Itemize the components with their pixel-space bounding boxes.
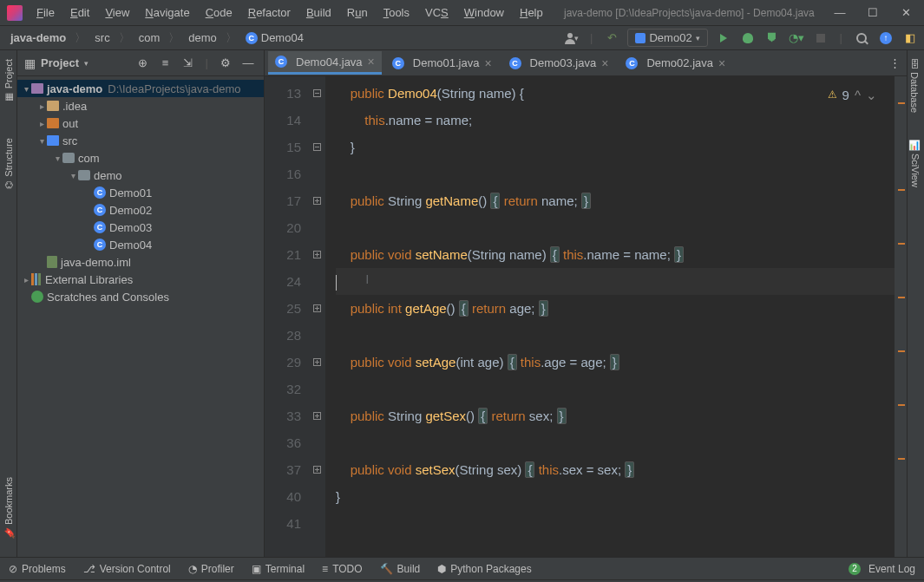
crumb-src[interactable]: src (89, 29, 115, 46)
next-highlight-icon[interactable]: ⌄ (866, 82, 877, 108)
add-user-icon[interactable]: ▾ (562, 29, 580, 47)
tree-root[interactable]: ▾ java-demo D:\IdeaProjects\java-demo (17, 80, 264, 97)
class-icon: C (94, 204, 106, 216)
event-count-badge: 2 (849, 563, 861, 575)
menu-run[interactable]: Run (340, 3, 375, 23)
window-title: java-demo [D:\IdeaProjects\java-demo] - … (550, 7, 829, 19)
panel-settings-icon[interactable]: ⚙ (217, 55, 234, 72)
editor-tab-demo04[interactable]: C Demo04.java × (268, 51, 382, 75)
menu-edit[interactable]: Edit (63, 3, 96, 23)
code-content[interactable]: ⚠ 9 ^ ⌄ public Demo04(String name) { thi… (325, 76, 895, 557)
tree-out[interactable]: ▸ out (17, 114, 264, 132)
crumb-com[interactable]: com (134, 29, 166, 46)
breadcrumbs: java-demo 〉 src 〉 com 〉 demo 〉 C Demo04 (5, 29, 562, 46)
close-tab-icon[interactable]: × (484, 56, 491, 70)
iml-file-icon (47, 256, 57, 268)
panel-title: Project (41, 56, 79, 69)
menu-refactor[interactable]: Refactor (241, 3, 298, 23)
profile-button[interactable]: ◔▾ (788, 29, 805, 47)
error-stripe[interactable] (895, 76, 907, 557)
tree-demo02[interactable]: C Demo02 (17, 201, 264, 219)
crumb-sep: 〉 (75, 30, 86, 46)
editor-body[interactable]: 1314151617202124252829323336374041 ⚠ 9 ^… (265, 76, 907, 557)
close-tab-icon[interactable]: × (601, 56, 608, 70)
update-icon[interactable]: ↑ (877, 29, 895, 47)
editor-tab-demo02[interactable]: C Demo02.java × (619, 53, 732, 74)
menu-code[interactable]: Code (199, 3, 239, 23)
class-icon: C (509, 57, 521, 69)
expand-all-icon[interactable]: ≡ (157, 55, 174, 72)
tree-external-libraries[interactable]: ▸ External Libraries (17, 271, 264, 288)
close-button[interactable]: ✕ (895, 4, 917, 22)
folder-icon (47, 101, 59, 111)
close-tab-icon[interactable]: × (368, 55, 375, 69)
hide-panel-icon[interactable]: — (239, 55, 257, 72)
ide-settings-icon[interactable]: ◧ (901, 29, 919, 47)
run-config-icon (635, 33, 645, 43)
inspection-summary[interactable]: ⚠ 9 ^ ⌄ (828, 82, 877, 108)
menu-help[interactable]: Help (513, 3, 550, 23)
tab-todo[interactable]: ≡TODO (322, 563, 362, 575)
crumb-class[interactable]: C Demo04 (240, 29, 309, 46)
close-tab-icon[interactable]: × (718, 56, 725, 70)
tab-bookmarks[interactable]: 🔖Bookmarks (0, 468, 16, 548)
folder-icon (47, 118, 59, 128)
tab-structure[interactable]: ⌬Structure (0, 129, 16, 198)
navigation-bar: java-demo 〉 src 〉 com 〉 demo 〉 C Demo04 … (0, 26, 924, 50)
menubar: File Edit View Navigate Code Refactor Bu… (29, 3, 550, 23)
menu-window[interactable]: Window (457, 3, 511, 23)
tree-com[interactable]: ▾ com (17, 149, 264, 167)
tree-demo04[interactable]: C Demo04 (17, 236, 264, 253)
class-icon: C (94, 239, 106, 251)
crumb-demo[interactable]: demo (183, 29, 222, 46)
right-tool-strip: 🗄Database 📊SciView (907, 50, 924, 557)
stop-button[interactable] (812, 29, 829, 47)
menu-tools[interactable]: Tools (377, 3, 416, 23)
fold-gutter (308, 76, 325, 557)
tree-demo03[interactable]: C Demo03 (17, 219, 264, 236)
tab-project[interactable]: ▦Project (0, 50, 16, 112)
run-button[interactable] (715, 29, 732, 47)
editor-more-icon[interactable]: ⋮ (886, 55, 903, 72)
coverage-button[interactable]: ⛊ (763, 29, 781, 47)
tab-python-packages[interactable]: ⬢Python Packages (437, 563, 531, 575)
editor-tab-demo03[interactable]: C Demo03.java × (502, 53, 616, 74)
select-opened-file-icon[interactable]: ⊕ (134, 55, 152, 72)
minimize-button[interactable]: — (829, 4, 851, 22)
menu-file[interactable]: File (29, 3, 62, 23)
text-cursor (336, 275, 337, 291)
tree-idea[interactable]: ▸ .idea (17, 97, 264, 114)
tab-sciview[interactable]: 📊SciView (908, 130, 922, 196)
line-numbers: 1314151617202124252829323336374041 (265, 76, 308, 557)
editor-tab-demo01[interactable]: C Demo01.java × (385, 53, 499, 74)
collapse-all-icon[interactable]: ⇲ (180, 55, 197, 72)
menu-navigate[interactable]: Navigate (138, 3, 196, 23)
tree-scratches[interactable]: Scratches and Consoles (17, 288, 264, 305)
tree-src[interactable]: ▾ src (17, 132, 264, 149)
panel-dropdown-icon[interactable]: ▾ (84, 59, 88, 68)
debug-button[interactable] (739, 29, 757, 47)
prev-highlight-icon[interactable]: ^ (855, 82, 861, 108)
tab-event-log[interactable]: 2 Event Log (849, 563, 915, 575)
tree-demo01[interactable]: C Demo01 (17, 184, 264, 201)
search-icon[interactable] (853, 29, 870, 47)
menu-view[interactable]: View (98, 3, 136, 23)
project-tree: ▾ java-demo D:\IdeaProjects\java-demo ▸ … (17, 76, 264, 557)
undo-arrow-icon[interactable]: ↶ (603, 29, 620, 47)
tab-problems[interactable]: ⊘Problems (9, 563, 66, 575)
tab-build[interactable]: 🔨Build (380, 563, 421, 575)
source-folder-icon (47, 135, 59, 146)
tree-demo[interactable]: ▾ demo (17, 167, 264, 184)
project-view-icon: ▦ (24, 56, 36, 70)
warning-icon: ⚠ (828, 82, 837, 108)
maximize-button[interactable]: ☐ (862, 4, 884, 22)
tree-iml[interactable]: java-demo.iml (17, 253, 264, 271)
tab-database[interactable]: 🗄Database (908, 50, 921, 121)
tab-version-control[interactable]: ⎇Version Control (83, 563, 171, 575)
menu-vcs[interactable]: VCS (418, 3, 455, 23)
run-config-selector[interactable]: Demo02 ▾ (627, 29, 707, 47)
tab-profiler[interactable]: ◔Profiler (188, 563, 234, 575)
menu-build[interactable]: Build (299, 3, 338, 23)
crumb-root[interactable]: java-demo (5, 29, 71, 46)
tab-terminal[interactable]: ▣Terminal (252, 563, 305, 575)
